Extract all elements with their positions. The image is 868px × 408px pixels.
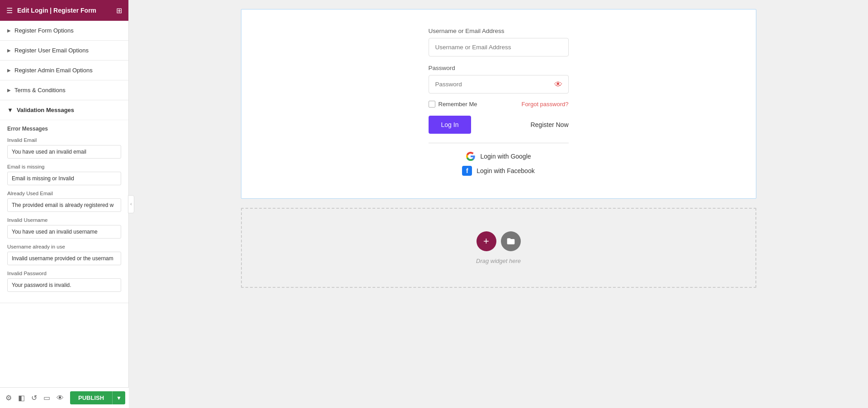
password-label: Password: [429, 65, 569, 71]
grid-icon[interactable]: ⊞: [116, 6, 122, 15]
show-password-icon[interactable]: 👁: [554, 80, 562, 89]
email-missing-input[interactable]: [7, 172, 121, 185]
login-widget-container: Username or Email Address Password 👁 Rem…: [241, 9, 756, 199]
validation-content: Error Messages Invalid Email Email is mi…: [0, 120, 128, 303]
section-register-admin-email-options-header[interactable]: ▶ Register Admin Email Options: [0, 61, 128, 80]
section-register-form-options: ▶ Register Form Options: [0, 21, 128, 41]
section-validation-messages-header[interactable]: ▼ Validation Messages: [0, 100, 128, 120]
publish-button[interactable]: PUBLISH: [70, 391, 112, 404]
history-icon[interactable]: ↺: [31, 394, 37, 402]
actions-row: Log In Register Now: [429, 116, 569, 134]
field-group-username-in-use: Username already in use: [7, 244, 121, 265]
already-used-email-label: Already Used Email: [7, 191, 121, 196]
sidebar-collapse-handle[interactable]: ‹: [128, 195, 134, 213]
register-now-link[interactable]: Register Now: [530, 121, 568, 128]
password-wrapper: 👁: [429, 75, 569, 94]
section-register-admin-email-options: ▶ Register Admin Email Options: [0, 61, 128, 80]
username-in-use-input[interactable]: [7, 252, 121, 265]
error-messages-title: Error Messages: [7, 126, 121, 132]
section-terms-conditions-header[interactable]: ▶ Terms & Conditions: [0, 80, 128, 100]
invalid-email-label: Invalid Email: [7, 137, 121, 143]
password-input[interactable]: [429, 75, 569, 94]
chevron-right-icon: ▶: [7, 28, 11, 33]
invalid-email-input[interactable]: [7, 145, 121, 159]
folder-icon: [506, 237, 515, 246]
section-register-user-email-options: ▶ Register User Email Options: [0, 41, 128, 61]
main-canvas: Username or Email Address Password 👁 Rem…: [129, 0, 868, 408]
section-register-form-options-header[interactable]: ▶ Register Form Options: [0, 21, 128, 40]
settings-icon[interactable]: ⚙: [5, 394, 12, 402]
drop-zone: + Drag widget here: [241, 208, 756, 288]
chevron-right-icon: ▶: [7, 68, 11, 73]
chevron-right-icon: ▶: [7, 88, 11, 93]
username-label: Username or Email Address: [429, 28, 569, 34]
eye-preview-icon[interactable]: 👁: [57, 394, 64, 402]
remember-forgot-row: Remember Me Forgot password?: [429, 101, 569, 108]
sidebar-header: ☰ Edit Login | Register Form ⊞: [0, 0, 128, 21]
facebook-login-button[interactable]: f Login with Facebook: [462, 166, 534, 176]
field-group-invalid-email: Invalid Email: [7, 137, 121, 159]
drop-zone-icons: +: [476, 231, 521, 251]
invalid-password-label: Invalid Password: [7, 271, 121, 276]
device-preview-icon[interactable]: ▭: [43, 394, 50, 402]
forgot-password-link[interactable]: Forgot password?: [521, 101, 568, 108]
invalid-username-label: Invalid Username: [7, 217, 121, 223]
section-validation-messages: ▼ Validation Messages Error Messages Inv…: [0, 100, 128, 303]
drop-zone-text: Drag widget here: [476, 258, 521, 264]
section-register-user-email-options-header[interactable]: ▶ Register User Email Options: [0, 41, 128, 60]
login-button[interactable]: Log In: [429, 116, 472, 134]
social-buttons: Login with Google f Login with Facebook: [429, 151, 569, 176]
google-icon: [466, 151, 476, 161]
facebook-icon: f: [462, 166, 472, 176]
menu-icon[interactable]: ☰: [6, 6, 13, 15]
remember-me-checkbox[interactable]: [429, 101, 435, 108]
chevron-right-icon: ▶: [7, 48, 11, 53]
section-terms-conditions: ▶ Terms & Conditions: [0, 80, 128, 100]
username-in-use-label: Username already in use: [7, 244, 121, 249]
username-input[interactable]: [429, 38, 569, 56]
remember-me-label[interactable]: Remember Me: [429, 101, 477, 108]
invalid-username-input[interactable]: [7, 225, 121, 239]
field-group-invalid-username: Invalid Username: [7, 217, 121, 239]
divider: [429, 143, 569, 143]
google-login-button[interactable]: Login with Google: [466, 151, 531, 161]
field-group-email-missing: Email is missing: [7, 164, 121, 185]
invalid-password-input[interactable]: [7, 278, 121, 292]
layers-icon[interactable]: ◧: [18, 394, 25, 402]
sidebar-title: Edit Login | Register Form: [17, 7, 96, 14]
email-missing-label: Email is missing: [7, 164, 121, 169]
publish-group: PUBLISH ▼: [70, 391, 125, 404]
browse-widgets-button[interactable]: [501, 231, 521, 251]
field-group-invalid-password: Invalid Password: [7, 271, 121, 292]
chevron-down-icon: ▼: [7, 107, 13, 113]
field-group-already-used-email: Already Used Email: [7, 191, 121, 212]
add-widget-button[interactable]: +: [476, 231, 496, 251]
bottom-toolbar: ⚙ ◧ ↺ ▭ 👁 PUBLISH ▼: [0, 387, 129, 408]
already-used-email-input[interactable]: [7, 198, 121, 212]
publish-dropdown-button[interactable]: ▼: [112, 391, 125, 404]
